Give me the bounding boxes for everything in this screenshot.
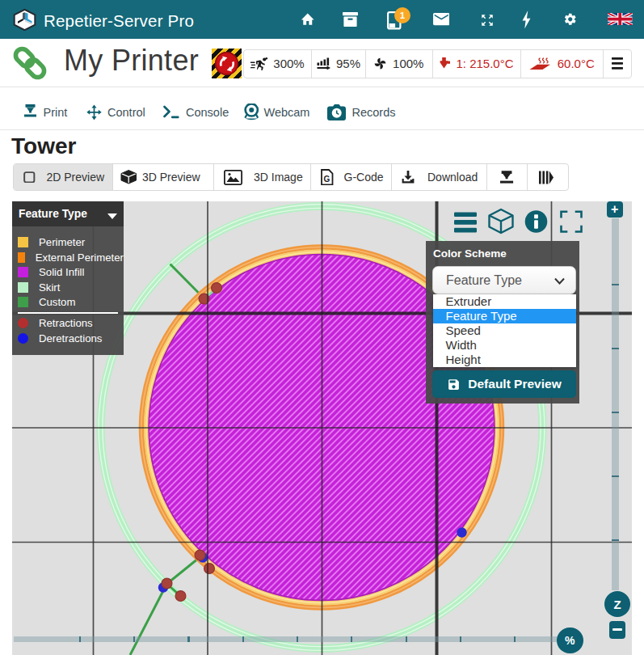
svg-text:G: G [324, 175, 330, 184]
